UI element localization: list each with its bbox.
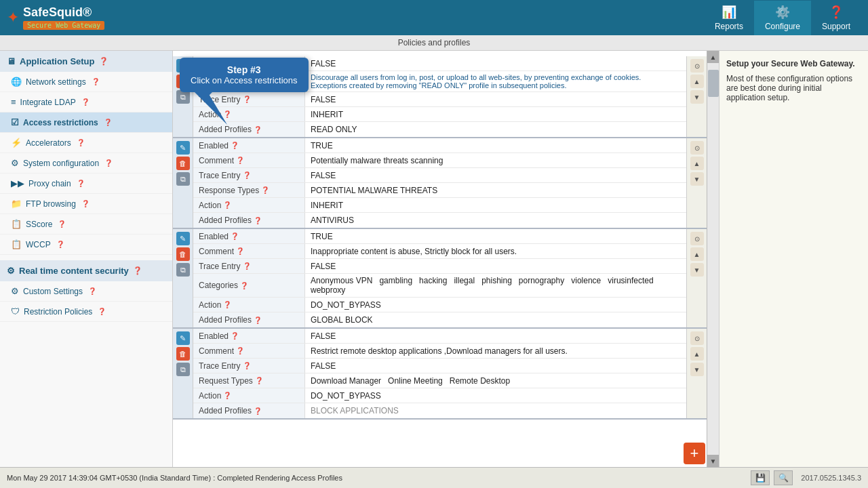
policy-1-top-btn[interactable]: ⊙: [690, 59, 704, 73]
policy-1-value-comment: Discourage all users from log in, post, …: [305, 71, 686, 92]
policy-3-edit-btn[interactable]: ✎: [176, 232, 190, 245]
policy-4-row-profiles: Added Profiles ❓ BLOCK APPLICATIONS: [193, 403, 686, 418]
app-setup-help-icon[interactable]: ❓: [99, 57, 108, 66]
policy-3-row-profiles: Added Profiles ❓ GLOBAL BLOCK: [193, 312, 686, 327]
policy-2-delete-btn[interactable]: 🗑: [176, 157, 190, 170]
policy-2-edit-btn[interactable]: ✎: [176, 141, 190, 155]
policy-4-delete-btn[interactable]: 🗑: [176, 347, 190, 361]
sidebar-item-sysconfig-label: System configuration: [23, 159, 99, 168]
policy-4-copy-btn[interactable]: ⧉: [176, 363, 190, 376]
info-title: Setup your Secure Web Gateway.: [726, 59, 861, 68]
policy-4-row-action: Action ❓ DO_NOT_BYPASS: [193, 388, 686, 403]
policy-4-right-controls: ⊙ ▲ ▼: [686, 329, 707, 418]
ldap-help-icon: ❓: [81, 98, 90, 106]
sidebar-section-app-setup[interactable]: 🖥 Application Setup ❓: [0, 51, 172, 72]
sidebar-item-ftp-label: FTP browsing: [26, 199, 76, 209]
policy-3-fields: Enabled ❓ TRUE Comment ❓ Inappropriate c…: [193, 229, 686, 327]
sidebar-item-access-restrictions[interactable]: ☑ Access restrictions ❓: [0, 113, 172, 133]
footer-search-btn[interactable]: 🔍: [774, 470, 793, 485]
policy-2-row-profiles: Added Profiles ❓ ANTIVIRUS: [193, 213, 686, 228]
footer-save-btn[interactable]: 💾: [751, 470, 770, 485]
policy-4-edit-btn[interactable]: ✎: [176, 331, 190, 345]
policy-1-left-controls: ✎ 🗑 ⧉: [173, 56, 193, 137]
p3-comment-help: ❓: [236, 247, 244, 255]
logo-text: SafeSquid®: [23, 5, 104, 20]
sidebar-item-restriction-policies[interactable]: 🛡 Restriction Policies ❓: [0, 302, 172, 322]
policy-1-up-btn[interactable]: ▲: [690, 75, 704, 88]
scroll-down-btn[interactable]: ▼: [707, 455, 719, 467]
sidebar-item-integrate-ldap[interactable]: ≡ Integrate LDAP ❓: [0, 92, 172, 113]
policy-3-up-btn[interactable]: ▲: [690, 247, 704, 261]
p3-action-help: ❓: [223, 301, 231, 308]
sidebar-item-sscore-label: SScore: [26, 220, 52, 229]
policy-4-left-controls: ✎ 🗑 ⧉: [173, 329, 193, 418]
policy-3-top-btn[interactable]: ⊙: [690, 232, 704, 245]
policy-3-copy-btn[interactable]: ⧉: [176, 263, 190, 277]
policy-4-up-btn[interactable]: ▲: [690, 347, 704, 361]
policy-3-label-enabled: Enabled ❓: [193, 229, 305, 243]
policy-4-down-btn[interactable]: ▼: [690, 363, 704, 376]
nav-reports[interactable]: 📊 Reports: [704, 1, 754, 35]
sidebar-item-custom-label: Custom Settings: [23, 287, 83, 296]
sidebar-item-accelerators[interactable]: ⚡ Accelerators ❓: [0, 133, 172, 153]
policy-2-up-btn[interactable]: ▲: [690, 157, 704, 170]
policy-1-label-comment: Comment ❓: [193, 71, 305, 92]
footer: Mon May 29 2017 14:39:04 GMT+0530 (India…: [0, 467, 868, 488]
sidebar-item-proxy-chain[interactable]: ▶▶ Proxy chain ❓: [0, 174, 172, 194]
p4-comment-help: ❓: [236, 347, 244, 354]
sidebar-section-realtime[interactable]: ⚙ Real time content security ❓: [0, 260, 172, 281]
add-policy-button[interactable]: +: [684, 443, 705, 464]
scroll-up-btn[interactable]: ▲: [707, 51, 719, 63]
sidebar-item-network-settings[interactable]: 🌐 Network settings ❓: [0, 72, 172, 92]
scroll-track: [707, 63, 719, 455]
policy-3-label-action: Action ❓: [193, 298, 305, 312]
policy-1-copy-btn[interactable]: ⧉: [176, 90, 190, 104]
policy-4-row-trace: Trace Entry ❓ FALSE: [193, 359, 686, 373]
policy-2-down-btn[interactable]: ▼: [690, 172, 704, 186]
policy-4-value-request-types: Download Manager Online Meeting Remote D…: [305, 373, 686, 388]
header-nav: 📊 Reports ⚙️ Configure ❓ Support: [704, 1, 861, 35]
policy-3-value-profiles: GLOBAL BLOCK: [305, 312, 686, 327]
sidebar-item-wccp[interactable]: 📋 WCCP ❓: [0, 235, 172, 255]
policy-2-fields: Enabled ❓ TRUE Comment ❓ Potentially mal…: [193, 138, 686, 228]
breadcrumb: Policies and profiles: [0, 35, 868, 51]
policy-1-down-btn[interactable]: ▼: [690, 90, 704, 104]
sscore-help-icon: ❓: [58, 220, 66, 228]
main-panel: ✎ 🗑 ⧉ Enabled ❓ FALSE Comment ❓ Discoura…: [173, 51, 707, 467]
policy-2-copy-btn[interactable]: ⧉: [176, 172, 190, 186]
policy-3-left-controls: ✎ 🗑 ⧉: [173, 229, 193, 327]
policy-1-row-comment: Comment ❓ Discourage all users from log …: [193, 71, 686, 92]
policy-4-label-trace: Trace Entry ❓: [193, 359, 305, 373]
policy-1-edit-btn[interactable]: ✎: [176, 59, 190, 73]
policy-1-delete-btn[interactable]: 🗑: [176, 75, 190, 88]
sidebar-item-ftp-browsing[interactable]: 📁 FTP browsing ❓: [0, 194, 172, 214]
sidebar-item-custom-settings[interactable]: ⚙ Custom Settings ❓: [0, 281, 172, 302]
policy-block-1: ✎ 🗑 ⧉ Enabled ❓ FALSE Comment ❓ Discoura…: [173, 56, 707, 138]
policy-4-row-request-types: Request Types ❓ Download Manager Online …: [193, 373, 686, 388]
policy-2-label-action: Action ❓: [193, 198, 305, 212]
app-setup-label: Application Setup: [20, 56, 95, 66]
nav-support[interactable]: ❓ Support: [811, 1, 861, 35]
policy-3-delete-btn[interactable]: 🗑: [176, 247, 190, 261]
main-layout: 🖥 Application Setup ❓ 🌐 Network settings…: [0, 51, 868, 467]
policy-2-top-btn[interactable]: ⊙: [690, 141, 704, 155]
policy-3-down-btn[interactable]: ▼: [690, 263, 704, 277]
sidebar-item-sscore[interactable]: 📋 SScore ❓: [0, 214, 172, 235]
policy-3-row-comment: Comment ❓ Inappropriate content is abuse…: [193, 244, 686, 259]
comment-help-icon: ❓: [236, 78, 244, 85]
wccp-help-icon: ❓: [56, 241, 64, 248]
sysconfig-icon: ⚙: [11, 158, 19, 168]
policy-2-row-enabled: Enabled ❓ TRUE: [193, 138, 686, 153]
policy-3-label-categories: Categories ❓: [193, 274, 305, 297]
policy-2-row-response-types: Response Types ❓ POTENTIAL MALWARE THREA…: [193, 183, 686, 198]
nav-configure[interactable]: ⚙️ Configure: [754, 1, 811, 35]
policy-4-value-profiles: BLOCK APPLICATIONS: [305, 403, 686, 418]
policy-4-top-btn[interactable]: ⊙: [690, 331, 704, 345]
sidebar-item-system-config[interactable]: ⚙ System configuration ❓: [0, 153, 172, 174]
policy-1-label-trace: Trace Entry ❓: [193, 92, 305, 106]
policy-4-fields: Enabled ❓ FALSE Comment ❓ Restrict remot…: [193, 329, 686, 418]
p2-enabled-help: ❓: [231, 142, 239, 149]
sidebar-item-proxy-label: Proxy chain: [28, 179, 71, 188]
main-scrollbar[interactable]: ▲ ▼: [707, 51, 719, 467]
policy-2-label-enabled: Enabled ❓: [193, 138, 305, 152]
